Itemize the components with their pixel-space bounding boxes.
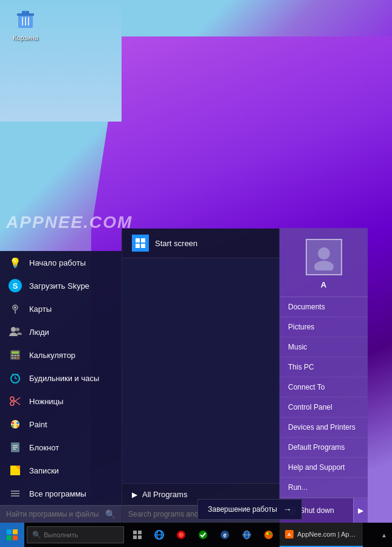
taskbar-color-button[interactable]	[258, 523, 280, 547]
devices-printers-label: Devices and Printers	[288, 423, 356, 432]
svg-rect-50	[138, 535, 142, 539]
control-panel-label: Control Panel	[288, 403, 332, 411]
skype-label: Загрузить Skype	[29, 281, 89, 291]
taskbar-ie-button[interactable]	[148, 523, 170, 547]
right-item-default-programs[interactable]: Default Programs	[280, 438, 368, 458]
app-item-calculator[interactable]: Калькулятор	[0, 343, 122, 366]
right-item-pictures[interactable]: Pictures	[280, 317, 368, 337]
globe-icon	[241, 529, 252, 540]
run-label: Run...	[288, 483, 308, 492]
maps-icon	[9, 302, 22, 315]
svg-point-46	[314, 261, 334, 270]
svg-point-9	[16, 328, 19, 331]
app-item-startup[interactable]: 💡 Начало работы	[0, 251, 122, 274]
all-programs-arrow: ▶	[132, 490, 137, 499]
help-support-label: Help and Support	[288, 463, 345, 472]
start-search-input[interactable]	[6, 510, 101, 518]
recycle-bin-label: Корзина	[13, 34, 38, 41]
scissors-label: Ножницы	[29, 397, 63, 406]
svg-rect-14	[17, 355, 19, 356]
watermark: APPNEE.COM	[6, 213, 132, 232]
recycle-bin-icon[interactable]: Корзина	[7, 7, 44, 41]
shutdown-arrow-button[interactable]: ▶	[353, 498, 368, 523]
app-item-people[interactable]: Люди	[0, 320, 122, 343]
svg-text:e: e	[223, 532, 227, 538]
appnee-icon: A	[284, 529, 294, 539]
documents-label: Documents	[288, 303, 325, 311]
start-screen-tile-icon	[132, 235, 149, 252]
start-screen-button[interactable]: Start screen	[122, 229, 279, 258]
right-item-connect-to[interactable]: Connect To	[280, 377, 368, 397]
search-icon: 🔍	[105, 509, 115, 519]
svg-rect-42	[141, 238, 145, 243]
start-search-bar[interactable]: 🔍	[0, 505, 122, 523]
svg-point-31	[16, 425, 19, 427]
windows-logo-icon	[7, 529, 18, 540]
svg-text:A: A	[287, 532, 291, 537]
svg-point-56	[199, 531, 207, 539]
app-item-paint[interactable]: Paint	[0, 413, 122, 436]
green-icon	[198, 529, 208, 540]
taskbar-green-button[interactable]	[192, 523, 214, 547]
taskbar: 🔍 e	[0, 523, 392, 547]
svg-rect-47	[133, 531, 137, 534]
svg-point-45	[318, 247, 330, 260]
task-view-button[interactable]	[126, 523, 148, 547]
start-middle-panel: Start screen ▶ All Programs 🔍	[122, 229, 280, 523]
app-item-notepad[interactable]: Блокнот	[0, 436, 122, 459]
right-item-this-pc[interactable]: This PC	[280, 357, 368, 377]
scissors-icon	[9, 394, 22, 408]
paint-icon	[9, 418, 22, 431]
notification-arrow-icon: →	[283, 504, 292, 514]
task-view-icon	[132, 530, 142, 540]
right-item-music[interactable]: Music	[280, 337, 368, 357]
skype-icon: S	[9, 279, 22, 292]
maps-label: Карты	[29, 304, 52, 314]
calculator-label: Калькулятор	[29, 351, 75, 360]
startup-icon: 💡	[9, 256, 22, 269]
app-item-skype[interactable]: S Загрузить Skype	[0, 274, 122, 297]
startup-label: Начало работы	[29, 258, 86, 267]
calculator-icon	[9, 348, 22, 362]
app-item-maps[interactable]: Карты	[0, 297, 122, 320]
app-item-alarms[interactable]: Будильники и часы	[0, 366, 122, 390]
svg-rect-43	[136, 244, 140, 248]
notification-label: Завершение работы	[208, 505, 277, 514]
right-item-help-support[interactable]: Help and Support	[280, 458, 368, 478]
right-item-devices-printers[interactable]: Devices and Printers	[280, 418, 368, 438]
right-item-run[interactable]: Run...	[280, 478, 368, 498]
svg-point-29	[16, 422, 19, 424]
app-item-stickynotes[interactable]: Записки	[0, 459, 122, 482]
svg-rect-41	[136, 238, 140, 243]
svg-point-62	[264, 531, 273, 539]
connect-to-label: Connect To	[288, 383, 325, 391]
taskbar-globe-button[interactable]	[236, 523, 258, 547]
ie-icon	[154, 529, 165, 540]
svg-rect-16	[15, 357, 16, 359]
right-item-documents[interactable]: Documents	[280, 297, 368, 317]
recycle-bin-svg	[13, 7, 38, 32]
ie2-icon: e	[219, 529, 230, 540]
taskbar-right-area: ▲	[376, 532, 392, 538]
taskbar-search-input[interactable]	[44, 531, 119, 538]
right-item-control-panel[interactable]: Control Panel	[280, 397, 368, 418]
app-item-allprograms[interactable]: Все программы	[0, 482, 122, 505]
all-programs-label: All Programs	[142, 490, 187, 499]
apps-list: 💡 Начало работы S Загрузить Skype Карты …	[0, 251, 122, 505]
svg-rect-12	[12, 355, 13, 356]
taskbar-start-button[interactable]	[0, 523, 24, 547]
taskbar-appnee-item[interactable]: A AppNee.com | AppN...	[280, 523, 363, 547]
svg-point-63	[266, 532, 269, 535]
default-programs-label: Default Programs	[288, 443, 345, 452]
stickynotes-label: Записки	[29, 466, 59, 475]
color-icon	[263, 529, 274, 540]
avatar-svg	[311, 244, 337, 270]
taskbar-search-bar[interactable]: 🔍	[27, 526, 124, 543]
svg-point-7	[14, 306, 16, 309]
user-avatar[interactable]	[306, 239, 342, 275]
taskbar-apps-area: e A AppNee.com | AppN...	[148, 523, 376, 547]
svg-rect-15	[12, 357, 13, 359]
taskbar-red-button[interactable]	[170, 523, 192, 547]
taskbar-ie2-button[interactable]: e	[214, 523, 236, 547]
app-item-scissors[interactable]: Ножницы	[0, 390, 122, 413]
